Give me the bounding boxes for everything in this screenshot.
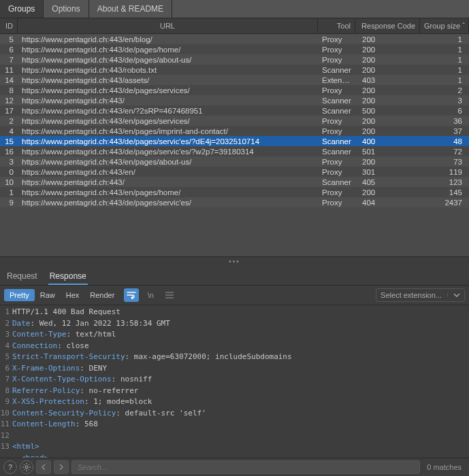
code-line: 13<html> (0, 441, 469, 453)
cell-url: https://www.pentagrid.ch:443/de/pages/ho… (18, 46, 318, 54)
cell-id: 12 (0, 97, 18, 105)
cell-id: 8 (0, 86, 18, 95)
prev-button[interactable] (36, 460, 51, 474)
next-button[interactable] (54, 460, 69, 474)
response-view[interactable]: 1HTTP/1.1 400 Bad Request2Date: Wed, 12 … (0, 305, 469, 458)
cell-size: 73 (420, 158, 469, 166)
table-row[interactable]: 9https://www.pentagrid.ch:443/de/pages/s… (0, 197, 469, 207)
show-newlines-icon[interactable]: \n (143, 288, 158, 302)
cell-code: 404 (355, 199, 420, 207)
cell-size: 145 (420, 188, 469, 197)
cell-url: https://www.pentagrid.ch:443/assets/ (18, 76, 318, 84)
cell-tool: Scanner (318, 107, 355, 115)
cell-tool: Proxy (318, 158, 355, 166)
cell-tool: Proxy (318, 46, 355, 54)
code-line: 8Referrer-Policy: no-referrer (0, 386, 469, 397)
tab-request[interactable]: Request (5, 269, 39, 285)
table-row[interactable]: 10https://www.pentagrid.ch:443/Scanner40… (0, 177, 469, 187)
table-row[interactable]: 3https://www.pentagrid.ch:443/en/pages/a… (0, 156, 469, 167)
col-url[interactable]: URL (18, 18, 318, 33)
tab-options[interactable]: Options (44, 0, 88, 18)
cell-url: https://www.pentagrid.ch:443/de/pages/se… (18, 148, 318, 156)
cell-tool: Scanner (318, 178, 355, 186)
table-row[interactable]: 5https://www.pentagrid.ch:443/en/blog/Pr… (0, 34, 469, 44)
cell-code: 301 (355, 168, 420, 176)
cell-size: 48 (420, 137, 469, 146)
table-row[interactable]: 16https://www.pentagrid.ch:443/de/pages/… (0, 146, 469, 156)
cell-url: https://www.pentagrid.ch:443/en/pages/ab… (18, 158, 318, 166)
search-input[interactable] (71, 460, 420, 474)
cell-id: 17 (0, 107, 18, 115)
table-row[interactable]: 11https://www.pentagrid.ch:443/robots.tx… (0, 65, 469, 75)
col-response-code[interactable]: Response Code (355, 18, 420, 33)
viewer-raw[interactable]: Raw (35, 289, 61, 301)
cell-id: 7 (0, 56, 18, 64)
cell-url: https://www.pentagrid.ch:443/en/?2sRP=46… (18, 107, 318, 115)
table-row[interactable]: 17https://www.pentagrid.ch:443/en/?2sRP=… (0, 105, 469, 116)
sort-asc-icon: ˆ (462, 22, 465, 30)
cell-url: https://www.pentagrid.ch:443/de/pages/se… (18, 86, 318, 95)
cell-code: 403 (355, 76, 420, 84)
match-count: 0 matches (423, 463, 466, 471)
help-icon[interactable]: ? (3, 460, 17, 474)
table-row[interactable]: 7https://www.pentagrid.ch:443/de/pages/a… (0, 54, 469, 65)
cell-id: 3 (0, 158, 18, 166)
cell-size: 1 (420, 46, 469, 54)
code-line: 10Content-Security-Policy: default-src '… (0, 408, 469, 420)
viewer-render[interactable]: Render (84, 289, 120, 301)
viewer-hex[interactable]: Hex (61, 289, 85, 301)
cell-id: 16 (0, 148, 18, 156)
tab-about-readme[interactable]: About & README (89, 0, 172, 18)
cell-url: https://www.pentagrid.ch:443/en/pages/se… (18, 117, 318, 125)
tab-response[interactable]: Response (48, 269, 88, 285)
col-id[interactable]: ID (0, 18, 18, 33)
col-group-size[interactable]: Group size ˆ (420, 18, 469, 33)
tab-groups[interactable]: Groups (0, 0, 44, 18)
svg-point-0 (25, 466, 28, 469)
results-table: ID URL Tool Response Code Group size ˆ 5… (0, 18, 469, 256)
top-tabs: GroupsOptionsAbout & README (0, 0, 469, 18)
cell-size: 119 (420, 168, 469, 176)
table-row[interactable]: 8https://www.pentagrid.ch:443/de/pages/s… (0, 85, 469, 95)
table-row[interactable]: 14https://www.pentagrid.ch:443/assets/Ex… (0, 75, 469, 85)
cell-id: 2 (0, 117, 18, 125)
cell-size: 2 (420, 86, 469, 95)
cell-code: 200 (355, 86, 420, 95)
splitter[interactable]: ••• (0, 256, 469, 266)
table-row[interactable]: 12https://www.pentagrid.ch:443/Scanner20… (0, 95, 469, 105)
cell-code: 200 (355, 117, 420, 125)
code-line: 3Content-Type: text/html (0, 329, 469, 341)
cell-id: 4 (0, 127, 18, 135)
table-row[interactable]: 0https://www.pentagrid.ch:443/en/Proxy30… (0, 167, 469, 177)
inspector-tabs: RequestResponse (0, 266, 469, 286)
wrap-icon[interactable] (124, 288, 139, 302)
table-row[interactable]: 1https://www.pentagrid.ch:443/en/pages/h… (0, 187, 469, 197)
hamburger-icon[interactable] (162, 288, 177, 302)
code-line: 11Content-Length: 568 (0, 419, 469, 430)
cell-tool: Proxy (318, 188, 355, 197)
cell-tool: Proxy (318, 117, 355, 125)
table-row[interactable]: 15https://www.pentagrid.ch:443/de/pages/… (0, 136, 469, 146)
cell-tool: Proxy (318, 168, 355, 176)
cell-tool: Proxy (318, 127, 355, 135)
cell-size: 3 (420, 97, 469, 105)
table-row[interactable]: 4https://www.pentagrid.ch:443/en/pages/i… (0, 126, 469, 136)
viewer-pretty[interactable]: Pretty (4, 289, 35, 301)
cell-size: 72 (420, 148, 469, 156)
cell-id: 5 (0, 35, 18, 44)
table-row[interactable]: 2https://www.pentagrid.ch:443/en/pages/s… (0, 116, 469, 126)
code-line: <head> (0, 453, 469, 458)
cell-code: 200 (355, 158, 420, 166)
cell-code: 400 (355, 137, 420, 146)
col-tool[interactable]: Tool (318, 18, 355, 33)
viewer-toolbar: PrettyRawHexRender \n Select extension..… (0, 286, 469, 305)
cell-url: https://www.pentagrid.ch:443/robots.txt (18, 66, 318, 74)
bottom-bar: ? 0 matches (0, 458, 469, 476)
gear-icon[interactable] (20, 460, 33, 474)
cell-tool: Proxy (318, 86, 355, 95)
table-row[interactable]: 6https://www.pentagrid.ch:443/de/pages/h… (0, 44, 469, 54)
cell-size: 6 (420, 107, 469, 115)
cell-size: 2437 (420, 199, 469, 207)
cell-id: 6 (0, 46, 18, 54)
extension-select[interactable]: Select extension... (376, 288, 465, 302)
